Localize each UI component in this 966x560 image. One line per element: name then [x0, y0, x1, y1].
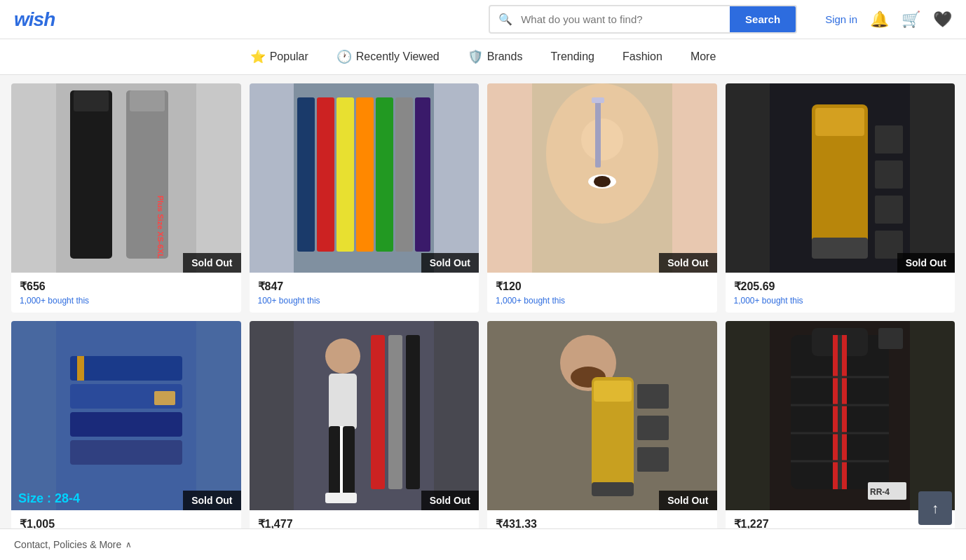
svg-rect-33	[70, 440, 182, 465]
svg-rect-43	[339, 493, 357, 503]
product-price-p1: ₹656	[20, 280, 233, 293]
product-bought-p1: 1,000+ bought this	[20, 296, 233, 306]
wishlist-icon[interactable]: 🖤	[933, 11, 952, 29]
product-bought-p2: 100+ bought this	[258, 296, 471, 306]
svg-rect-2	[74, 90, 109, 111]
recently-viewed-icon: 🕐	[336, 49, 352, 64]
svg-rect-24	[812, 238, 868, 259]
product-grid: Plus Size XS-6XL Sold Out ₹656 1,000+ bo…	[0, 75, 966, 559]
svg-rect-44	[371, 335, 385, 489]
nav-popular-label: Popular	[270, 50, 308, 63]
svg-rect-41	[340, 426, 343, 496]
svg-rect-55	[637, 447, 669, 472]
product-placeholder-p1: Plus Size XS-6XL	[11, 83, 241, 273]
svg-point-37	[325, 339, 360, 374]
nav-popular[interactable]: ⭐ Popular	[250, 49, 308, 64]
svg-point-18	[594, 176, 611, 187]
product-info-p4: ₹205.69 1,000+ bought this	[726, 273, 955, 313]
product-placeholder-p5	[11, 321, 241, 510]
sold-out-badge-p4: Sold Out	[897, 253, 955, 273]
product-image-p4: Sold Out	[726, 83, 955, 273]
nav-fashion[interactable]: Fashion	[623, 50, 662, 63]
svg-rect-9	[336, 97, 354, 252]
product-info-p3: ₹120 1,000+ bought this	[487, 273, 717, 313]
product-card-p4[interactable]: Sold Out ₹205.69 1,000+ bought this	[726, 83, 955, 313]
product-placeholder-p7	[487, 321, 717, 510]
brands-icon: 🛡️	[468, 49, 483, 64]
nav-more[interactable]: More	[691, 50, 716, 63]
svg-rect-10	[356, 97, 374, 252]
svg-rect-51	[594, 381, 632, 402]
svg-rect-13	[415, 97, 430, 252]
svg-rect-64	[838, 335, 842, 489]
svg-rect-52	[592, 482, 634, 496]
search-button[interactable]: Search	[730, 6, 796, 32]
search-icon: 🔍	[490, 13, 521, 26]
sold-out-badge-p3: Sold Out	[659, 253, 716, 273]
nav-more-label: More	[691, 50, 716, 63]
svg-rect-7	[297, 97, 315, 252]
svg-rect-20	[592, 97, 604, 103]
svg-rect-26	[875, 161, 903, 189]
product-card-p3[interactable]: Sold Out ₹120 1,000+ bought this	[487, 83, 717, 313]
footer-label[interactable]: Contact, Policies & More	[14, 539, 121, 550]
product-info-p2: ₹847 100+ bought this	[250, 273, 479, 313]
product-price-p2: ₹847	[258, 280, 471, 293]
product-bought-p3: 1,000+ bought this	[496, 296, 709, 306]
product-placeholder-p4	[726, 83, 955, 273]
header-actions: Sign in 🔔 🛒 🖤	[825, 11, 952, 29]
svg-rect-30	[70, 356, 182, 381]
svg-rect-39	[329, 426, 341, 496]
sold-out-badge-p2: Sold Out	[421, 253, 479, 273]
svg-rect-32	[70, 412, 182, 437]
size-badge-p5: Size : 28-4	[11, 487, 87, 510]
product-placeholder-p6	[250, 321, 479, 510]
product-price-p3: ₹120	[496, 280, 709, 293]
svg-rect-1	[70, 90, 112, 259]
nav-recently-viewed-label: Recently Viewed	[356, 50, 440, 63]
product-card-p7[interactable]: Sold Out ₹431.33 1,000+ bought this	[487, 321, 717, 550]
product-card-p6[interactable]: Sold Out ₹1,477 1,000+ bought this	[250, 321, 479, 550]
search-input[interactable]	[521, 8, 730, 31]
nav-fashion-label: Fashion	[623, 50, 662, 63]
sold-out-badge-p6: Sold Out	[421, 491, 479, 510]
cart-icon[interactable]: 🛒	[902, 11, 920, 29]
svg-rect-23	[815, 108, 864, 136]
svg-rect-46	[406, 335, 420, 489]
svg-rect-11	[376, 97, 393, 252]
svg-rect-38	[329, 374, 357, 430]
product-image-p5: Size : 28-4 Sold Out	[11, 321, 241, 510]
nav-brands-label: Brands	[487, 50, 523, 63]
product-card-p5[interactable]: Size : 28-4 Sold Out ₹1,005 1,000+ bough…	[11, 321, 241, 550]
svg-text:Plus Size XS-6XL: Plus Size XS-6XL	[156, 196, 165, 259]
svg-text:RR-4: RR-4	[870, 487, 890, 497]
nav-brands[interactable]: 🛡️ Brands	[468, 49, 523, 64]
product-image-p3: Sold Out	[487, 83, 717, 273]
svg-rect-12	[395, 97, 413, 252]
svg-rect-54	[637, 416, 669, 440]
product-card-p2[interactable]: Sold Out ₹847 100+ bought this	[250, 83, 479, 313]
sold-out-badge-p5: Sold Out	[183, 491, 240, 510]
svg-rect-53	[637, 384, 669, 409]
logo[interactable]: wish	[14, 8, 55, 31]
svg-point-16	[581, 118, 623, 161]
svg-rect-25	[875, 125, 903, 153]
product-placeholder-p2	[250, 83, 479, 273]
header: wish 🔍 Search Sign in 🔔 🛒 🖤	[0, 0, 966, 39]
scroll-to-top-button[interactable]: ↑	[918, 491, 952, 525]
search-bar: 🔍 Search	[489, 5, 797, 34]
chevron-up-icon: ∧	[125, 540, 132, 549]
svg-rect-40	[343, 426, 355, 496]
notification-icon[interactable]: 🔔	[870, 11, 889, 29]
nav-recently-viewed[interactable]: 🕐 Recently Viewed	[336, 49, 440, 64]
svg-rect-4	[130, 90, 165, 111]
svg-rect-19	[595, 97, 601, 168]
nav: ⭐ Popular 🕐 Recently Viewed 🛡️ Brands Tr…	[0, 39, 966, 75]
sign-in-link[interactable]: Sign in	[825, 13, 857, 25]
svg-rect-27	[875, 196, 903, 224]
nav-trending[interactable]: Trending	[550, 50, 594, 63]
product-placeholder-p3	[487, 83, 717, 273]
product-card-p1[interactable]: Plus Size XS-6XL Sold Out ₹656 1,000+ bo…	[11, 83, 241, 313]
svg-rect-45	[388, 335, 402, 489]
sold-out-badge-p1: Sold Out	[183, 253, 240, 273]
